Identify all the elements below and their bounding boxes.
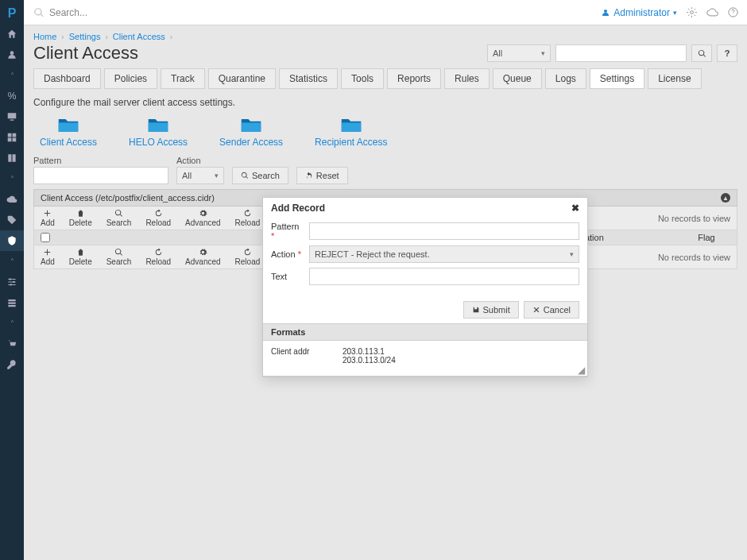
reload-icon xyxy=(154,209,163,218)
card-client-access[interactable]: Client Access xyxy=(40,116,97,148)
tab-tools[interactable]: Tools xyxy=(341,68,384,89)
filter-search-button[interactable]: Search xyxy=(232,167,288,184)
tab-quarantine[interactable]: Quarantine xyxy=(208,68,276,89)
breadcrumb-settings[interactable]: Settings xyxy=(69,32,101,41)
filter-action-label: Action xyxy=(176,156,224,165)
nav-cart-icon[interactable] xyxy=(0,334,24,354)
nav-home-icon[interactable] xyxy=(0,24,24,44)
header-search-input[interactable] xyxy=(555,44,687,62)
nav-book-icon[interactable] xyxy=(0,148,24,168)
nav-stack-icon[interactable] xyxy=(0,292,24,313)
global-search-input[interactable] xyxy=(49,7,591,18)
filter-row: Pattern Action All▾ Search Reset xyxy=(33,156,737,184)
card-recipient-access[interactable]: Recipient Access xyxy=(315,116,387,148)
toolbar-delete[interactable]: Delete xyxy=(69,248,92,266)
tab-settings[interactable]: Settings xyxy=(590,68,644,89)
nav-cloud-icon[interactable] xyxy=(0,189,24,210)
breadcrumb-home[interactable]: Home xyxy=(33,32,56,41)
app-logo[interactable]: P xyxy=(8,3,17,24)
global-search[interactable] xyxy=(24,7,601,18)
gear-icon xyxy=(199,248,207,257)
tab-reports[interactable]: Reports xyxy=(387,68,441,89)
header-help-button[interactable]: ? xyxy=(717,44,737,62)
save-icon xyxy=(472,306,480,314)
tab-dashboard[interactable]: Dashboard xyxy=(33,68,101,89)
nav-percent-icon[interactable]: % xyxy=(0,86,24,106)
modal-pattern-input[interactable] xyxy=(309,222,579,240)
close-icon xyxy=(532,306,540,314)
user-label: Administrator xyxy=(613,7,670,18)
svg-point-1 xyxy=(13,281,14,283)
toolbar-advanced[interactable]: Advanced xyxy=(185,248,220,266)
toolbar-advanced[interactable]: Advanced xyxy=(185,209,220,227)
cancel-button[interactable]: Cancel xyxy=(524,301,579,319)
tab-statistics[interactable]: Statistics xyxy=(279,68,338,89)
scope-dropdown[interactable]: All▾ xyxy=(487,44,551,62)
help-icon[interactable] xyxy=(726,6,739,19)
plus-icon xyxy=(43,248,52,257)
content: Home› Settings› Client Access› Client Ac… xyxy=(24,25,747,560)
nav-shield-icon[interactable] xyxy=(0,230,24,251)
filter-pattern-input[interactable] xyxy=(33,167,168,184)
header-search: All▾ ? xyxy=(487,44,737,62)
notifications-icon[interactable] xyxy=(685,6,698,19)
tab-policies[interactable]: Policies xyxy=(104,68,157,89)
select-all-checkbox[interactable] xyxy=(41,233,50,242)
nav-grid-icon[interactable] xyxy=(0,127,24,148)
nav-tag-icon[interactable] xyxy=(0,210,24,230)
intro-text: Configure the mail server client access … xyxy=(33,97,737,108)
modal-action-dropdown[interactable]: REJECT - Reject the request.▾ xyxy=(309,245,579,263)
toolbar-search[interactable]: Search xyxy=(106,248,132,266)
nav-chevron-icon[interactable]: ˄ xyxy=(0,168,24,189)
section-title: Client Access (/etc/postfix/client_acces… xyxy=(41,193,215,203)
nav-chevron-icon[interactable]: ˄ xyxy=(0,65,24,86)
tab-rules[interactable]: Rules xyxy=(444,68,490,89)
user-menu[interactable]: Administrator ▾ xyxy=(601,7,677,18)
toolbar-reload[interactable]: Reload xyxy=(145,209,171,227)
tab-track[interactable]: Track xyxy=(161,68,205,89)
page-title: Client Access xyxy=(33,43,138,64)
collapse-icon[interactable]: ▲ xyxy=(721,193,730,203)
card-sender-access[interactable]: Sender Access xyxy=(219,116,283,148)
modal-action-label: Action * xyxy=(271,249,303,259)
reload-icon xyxy=(243,209,252,218)
formats-ex1: 203.0.113.1 xyxy=(343,347,396,356)
toolbar-reload[interactable]: Reload xyxy=(145,248,171,266)
breadcrumb: Home› Settings› Client Access› xyxy=(33,32,737,41)
nav-key-icon[interactable] xyxy=(0,354,24,375)
col-flag[interactable]: Flag xyxy=(683,233,730,242)
tabs: Dashboard Policies Track Quarantine Stat… xyxy=(33,68,737,89)
nav-users-icon[interactable] xyxy=(0,44,24,65)
toolbar-delete[interactable]: Delete xyxy=(69,209,92,227)
reload-icon xyxy=(154,248,163,257)
nav-sliders-icon[interactable] xyxy=(0,272,24,292)
tab-license[interactable]: License xyxy=(648,68,701,89)
cloud-sync-icon[interactable] xyxy=(706,6,718,19)
modal-title: Add Record xyxy=(271,203,325,214)
search-icon xyxy=(698,49,706,58)
tab-queue[interactable]: Queue xyxy=(493,68,542,89)
toolbar-add[interactable]: Add xyxy=(41,248,55,266)
caret-down-icon: ▾ xyxy=(541,49,545,57)
breadcrumb-current[interactable]: Client Access xyxy=(113,32,165,41)
toolbar-search[interactable]: Search xyxy=(106,209,132,227)
filter-reset-button[interactable]: Reset xyxy=(296,167,348,184)
submit-button[interactable]: Submit xyxy=(463,301,519,319)
toolbar-reload-2[interactable]: Reload xyxy=(235,248,261,266)
folder-icon xyxy=(240,116,262,133)
search-icon xyxy=(33,7,45,18)
folder-icon xyxy=(57,116,79,133)
topbar: Administrator ▾ xyxy=(24,0,747,25)
header-search-button[interactable] xyxy=(691,44,712,62)
resize-handle-icon[interactable]: ◢ xyxy=(578,367,586,375)
tab-logs[interactable]: Logs xyxy=(545,68,586,89)
nav-chevron-icon[interactable]: ˄ xyxy=(0,313,24,334)
nav-monitor-icon[interactable] xyxy=(0,106,24,127)
nav-chevron-icon[interactable]: ˄ xyxy=(0,251,24,272)
toolbar-add[interactable]: Add xyxy=(41,209,55,227)
toolbar-reload-2[interactable]: Reload xyxy=(235,209,261,227)
modal-text-input[interactable] xyxy=(309,268,579,285)
filter-action-dropdown[interactable]: All▾ xyxy=(176,167,224,184)
card-helo-access[interactable]: HELO Access xyxy=(129,116,188,148)
close-icon[interactable]: ✖ xyxy=(571,203,579,214)
